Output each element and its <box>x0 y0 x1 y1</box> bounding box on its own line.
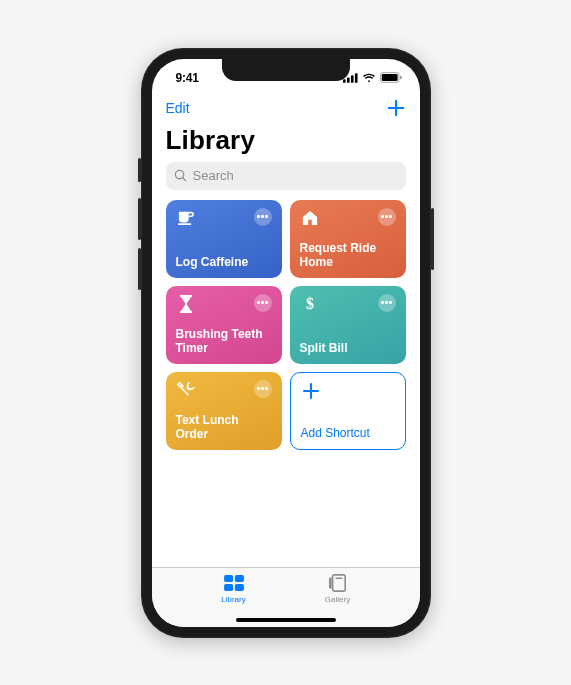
tile-label: Split Bill <box>300 341 396 355</box>
svg-rect-11 <box>180 311 192 313</box>
more-button[interactable] <box>378 294 396 312</box>
home-icon <box>300 208 320 228</box>
tile-label: Text Lunch Order <box>176 413 272 442</box>
page-title: Library <box>152 123 420 162</box>
tile-label: Request Ride Home <box>300 241 396 270</box>
tab-label: Gallery <box>325 595 350 604</box>
search-placeholder: Search <box>193 168 234 183</box>
svg-rect-6 <box>400 76 401 80</box>
home-indicator[interactable] <box>236 618 336 622</box>
status-time: 9:41 <box>176 67 199 85</box>
tab-gallery[interactable]: Gallery <box>298 572 378 604</box>
utensils-icon <box>176 380 196 400</box>
cup-icon <box>176 208 196 228</box>
more-button[interactable] <box>254 380 272 398</box>
svg-rect-0 <box>343 79 346 83</box>
more-button[interactable] <box>254 208 272 226</box>
svg-rect-5 <box>381 74 397 81</box>
svg-rect-15 <box>224 583 233 590</box>
more-button[interactable] <box>254 294 272 312</box>
svg-rect-10 <box>180 295 192 297</box>
svg-rect-2 <box>350 75 353 83</box>
shortcut-tile-text-lunch[interactable]: Text Lunch Order <box>166 372 282 450</box>
tile-label: Add Shortcut <box>301 426 395 440</box>
side-button <box>431 208 434 270</box>
shortcut-tile-split-bill[interactable]: $ Split Bill <box>290 286 406 364</box>
screen: 9:41 Edit Library Search <box>152 59 420 627</box>
battery-icon <box>380 72 402 83</box>
gallery-tab-icon <box>328 572 348 594</box>
svg-rect-14 <box>234 574 243 581</box>
shortcut-grid: Log Caffeine Request Ride Home <box>152 200 420 450</box>
svg-rect-16 <box>234 583 243 590</box>
volume-up <box>138 198 141 240</box>
svg-rect-3 <box>354 73 357 83</box>
svg-rect-9 <box>178 223 191 225</box>
shortcut-tile-log-caffeine[interactable]: Log Caffeine <box>166 200 282 278</box>
svg-text:$: $ <box>306 295 314 312</box>
spacer <box>152 450 420 567</box>
nav-bar: Edit <box>152 93 420 123</box>
shortcut-tile-request-ride[interactable]: Request Ride Home <box>290 200 406 278</box>
phone-frame: 9:41 Edit Library Search <box>141 48 431 638</box>
svg-rect-18 <box>329 577 332 588</box>
more-button[interactable] <box>378 208 396 226</box>
volume-down <box>138 248 141 290</box>
edit-button[interactable]: Edit <box>166 100 190 116</box>
plus-icon <box>301 381 321 401</box>
svg-line-8 <box>182 178 185 181</box>
svg-rect-19 <box>335 577 342 578</box>
hourglass-icon <box>176 294 196 314</box>
add-shortcut-tile[interactable]: Add Shortcut <box>290 372 406 450</box>
svg-rect-17 <box>332 574 345 590</box>
tab-bar: Library Gallery <box>152 567 420 627</box>
search-input[interactable]: Search <box>166 162 406 190</box>
plus-icon <box>386 98 406 118</box>
notch <box>222 59 350 81</box>
wifi-icon <box>362 73 376 83</box>
svg-rect-13 <box>224 574 233 581</box>
add-button[interactable] <box>386 98 406 118</box>
tile-label: Brushing Teeth Timer <box>176 327 272 356</box>
search-icon <box>174 169 187 182</box>
status-icons <box>343 68 402 83</box>
shortcut-tile-brushing-timer[interactable]: Brushing Teeth Timer <box>166 286 282 364</box>
tile-label: Log Caffeine <box>176 255 272 269</box>
tab-library[interactable]: Library <box>194 572 274 604</box>
mute-switch <box>138 158 141 182</box>
tab-label: Library <box>221 595 245 604</box>
library-tab-icon <box>223 572 245 594</box>
dollar-icon: $ <box>300 294 320 314</box>
svg-rect-1 <box>346 77 349 82</box>
